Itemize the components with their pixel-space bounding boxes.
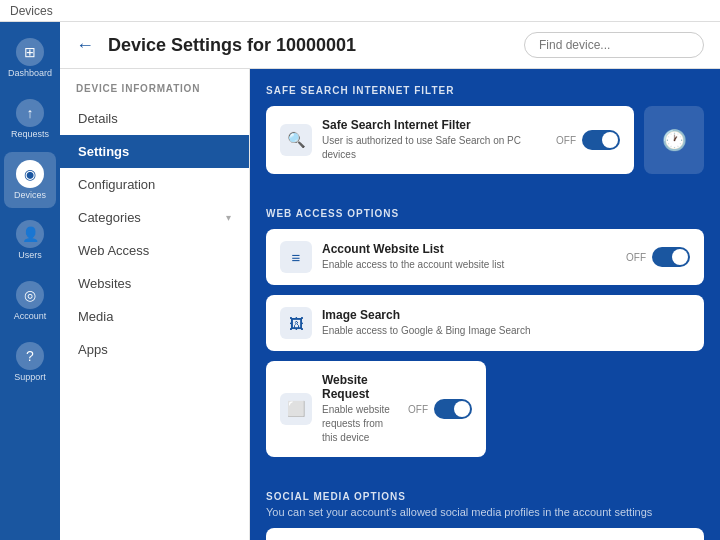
nav-label-requests: Requests (11, 129, 49, 140)
account-website-list-body: Account Website List Enable access to th… (322, 242, 616, 272)
account-website-list-desc: Enable access to the account website lis… (322, 258, 616, 272)
image-search-title: Image Search (322, 308, 690, 322)
nav-item-users[interactable]: 👤 Users (4, 212, 56, 269)
social-media-section: SOCIAL MEDIA OPTIONS You can set your ac… (250, 475, 720, 540)
website-request-toggle[interactable] (434, 399, 472, 419)
top-bar-title: Devices (10, 4, 53, 18)
account-website-list-card: ≡ Account Website List Enable access to … (266, 229, 704, 285)
safe-search-toggle-area: OFF (556, 130, 620, 150)
safe-search-icon: 🔍 (280, 124, 312, 156)
search-input[interactable] (524, 32, 704, 58)
sidebar-section-label: DEVICE INFORMATION (60, 83, 249, 102)
sidebar-item-settings[interactable]: Settings (60, 135, 249, 168)
website-request-icon: ⬜ (280, 393, 312, 425)
content-area: ← Device Settings for 10000001 DEVICE IN… (60, 22, 720, 540)
safe-search-card-body: Safe Search Internet Filter User is auth… (322, 118, 546, 162)
account-website-list-title: Account Website List (322, 242, 616, 256)
website-request-card: ⬜ Website Request Enable website request… (266, 361, 486, 457)
facebook-card: f Facebook Enable access to our account … (266, 528, 704, 540)
sidebar-item-websites[interactable]: Websites (60, 267, 249, 300)
account-icon: ◎ (16, 281, 44, 309)
website-request-body: Website Request Enable website requests … (322, 373, 398, 445)
body-split: DEVICE INFORMATION Details Settings Conf… (60, 69, 720, 540)
top-bar: Devices (0, 0, 720, 22)
chevron-down-icon: ▾ (226, 212, 231, 223)
social-media-section-title: SOCIAL MEDIA OPTIONS (266, 491, 704, 502)
devices-icon: ◉ (16, 160, 44, 188)
nav-item-support[interactable]: ? Support (4, 334, 56, 391)
safe-search-section: SAFE SEARCH INTERNET FILTER 🔍 Safe Searc… (250, 69, 720, 192)
sidebar-item-apps[interactable]: Apps (60, 333, 249, 366)
safe-search-toggle[interactable] (582, 130, 620, 150)
nav-label-users: Users (18, 250, 42, 261)
nav-item-devices[interactable]: ◉ Devices (4, 152, 56, 209)
account-website-list-toggle-area: OFF (626, 247, 690, 267)
nav-item-requests[interactable]: ↑ Requests (4, 91, 56, 148)
account-website-list-icon: ≡ (280, 241, 312, 273)
safe-search-toggle-label: OFF (556, 135, 576, 146)
sidebar-item-configuration[interactable]: Configuration (60, 168, 249, 201)
back-button[interactable]: ← (76, 35, 94, 56)
nav-item-dashboard[interactable]: ⊞ Dashboard (4, 30, 56, 87)
safe-search-card: 🔍 Safe Search Internet Filter User is au… (266, 106, 634, 174)
nav-label-account: Account (14, 311, 47, 322)
sidebar-item-details[interactable]: Details (60, 102, 249, 135)
image-search-card: 🖼 Image Search Enable access to Google &… (266, 295, 704, 351)
requests-icon: ↑ (16, 99, 44, 127)
web-access-top-row: ≡ Account Website List Enable access to … (266, 229, 704, 351)
web-access-section: WEB ACCESS OPTIONS ≡ Account Website Lis… (250, 192, 720, 475)
account-website-list-toggle[interactable] (652, 247, 690, 267)
safe-search-clock-card: 🕐 (644, 106, 704, 174)
website-request-toggle-area: OFF (408, 399, 472, 419)
users-icon: 👤 (16, 220, 44, 248)
website-request-title: Website Request (322, 373, 398, 401)
safe-search-card-title: Safe Search Internet Filter (322, 118, 546, 132)
sidebar: DEVICE INFORMATION Details Settings Conf… (60, 69, 250, 540)
sidebar-item-categories[interactable]: Categories ▾ (60, 201, 249, 234)
safe-search-section-title: SAFE SEARCH INTERNET FILTER (266, 85, 704, 96)
web-access-section-title: WEB ACCESS OPTIONS (266, 208, 704, 219)
web-access-bottom-row: ⬜ Website Request Enable website request… (266, 361, 704, 457)
page-header: ← Device Settings for 10000001 (60, 22, 720, 69)
support-icon: ? (16, 342, 44, 370)
safe-search-cards-row: 🔍 Safe Search Internet Filter User is au… (266, 106, 704, 174)
nav-label-support: Support (14, 372, 46, 383)
nav-label-devices: Devices (14, 190, 46, 201)
page-title: Device Settings for 10000001 (108, 35, 356, 56)
clock-icon: 🕐 (662, 128, 687, 152)
social-media-top-row: f Facebook Enable access to our account … (266, 528, 704, 540)
website-request-desc: Enable website requests from this device (322, 403, 398, 445)
safe-search-card-desc: User is authorized to use Safe Search on… (322, 134, 546, 162)
dashboard-icon: ⊞ (16, 38, 44, 66)
image-search-desc: Enable access to Google & Bing Image Sea… (322, 324, 690, 338)
sidebar-item-media[interactable]: Media (60, 300, 249, 333)
left-nav: ⊞ Dashboard ↑ Requests ◉ Devices 👤 Users… (0, 22, 60, 540)
nav-item-account[interactable]: ◎ Account (4, 273, 56, 330)
social-media-section-desc: You can set your account's allowed socia… (266, 506, 704, 518)
main-content: SAFE SEARCH INTERNET FILTER 🔍 Safe Searc… (250, 69, 720, 540)
image-search-body: Image Search Enable access to Google & B… (322, 308, 690, 338)
sidebar-item-web-access[interactable]: Web Access (60, 234, 249, 267)
nav-label-dashboard: Dashboard (8, 68, 52, 79)
image-search-icon: 🖼 (280, 307, 312, 339)
